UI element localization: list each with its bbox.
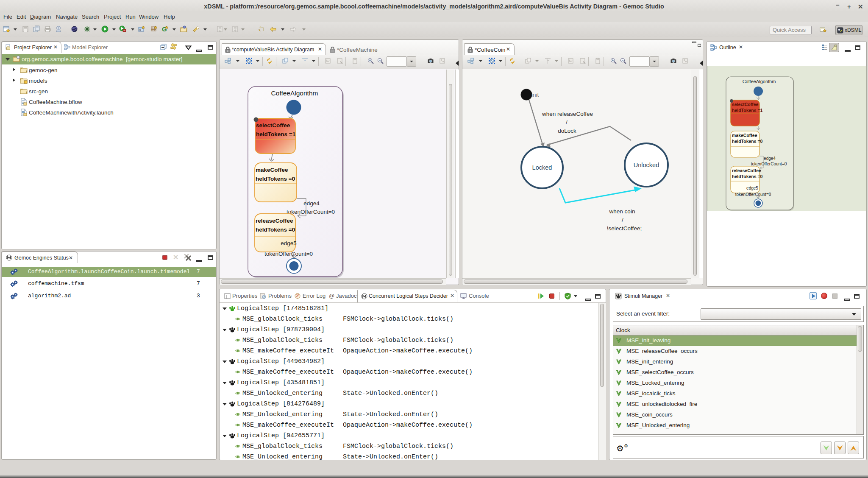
svg-text:selectCoffee: selectCoffee [256, 122, 290, 129]
svg-text:selectCoffee: selectCoffee [732, 102, 759, 107]
svg-text:when releaseCoffee: when releaseCoffee [542, 111, 593, 117]
svg-text:edge5: edge5 [281, 240, 297, 246]
svg-text:releaseCoffee: releaseCoffee [256, 218, 293, 224]
svg-text:heldTokens =1: heldTokens =1 [732, 108, 763, 113]
svg-text:G: G [139, 29, 141, 31]
svg-text:heldTokens =0: heldTokens =0 [256, 226, 295, 233]
svg-text:doLock: doLock [558, 128, 576, 134]
svg-text:heldTokens =1: heldTokens =1 [256, 131, 296, 137]
svg-text:when coin: when coin [609, 208, 635, 215]
svg-text:/: / [622, 217, 623, 223]
svg-text:tokenOfferCount=0: tokenOfferCount=0 [264, 251, 313, 257]
svg-text:/: / [566, 119, 568, 126]
svg-text:heldTokens =0: heldTokens =0 [256, 176, 295, 182]
svg-text:tokenOfferCount=0: tokenOfferCount=0 [287, 209, 335, 215]
svg-text:!selectCoffee;: !selectCoffee; [607, 225, 642, 232]
svg-text:heldTokens =0: heldTokens =0 [732, 139, 763, 144]
svg-text:CoffeeAlgorithm: CoffeeAlgorithm [271, 89, 318, 97]
svg-text:edge5: edge5 [746, 186, 758, 190]
svg-text:makeCoffee: makeCoffee [732, 133, 757, 138]
svg-text:makeCoffee: makeCoffee [256, 167, 288, 173]
svg-text:Locked: Locked [532, 164, 552, 171]
svg-text:CoffeeAlgorithm: CoffeeAlgorithm [743, 79, 776, 84]
svg-text:Unlocked: Unlocked [634, 162, 659, 168]
svg-text:releaseCoffee: releaseCoffee [732, 168, 761, 173]
svg-text:tokenOfferCount=0: tokenOfferCount=0 [751, 162, 787, 166]
svg-text:init: init [531, 92, 539, 98]
svg-text:edge4: edge4 [303, 200, 320, 207]
svg-text:heldTokens =0: heldTokens =0 [732, 174, 763, 179]
svg-text:tokenOfferCount=0: tokenOfferCount=0 [735, 192, 771, 197]
svg-text:edge4: edge4 [764, 156, 776, 161]
